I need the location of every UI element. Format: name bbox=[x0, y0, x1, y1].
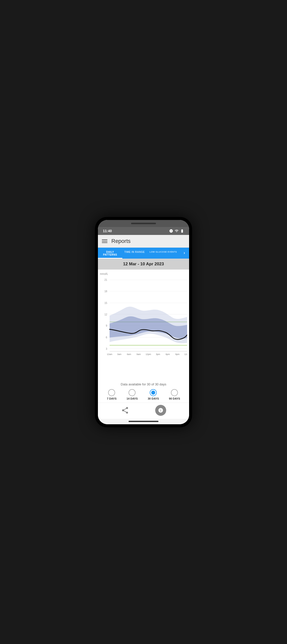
svg-text:12am: 12am bbox=[184, 353, 187, 355]
bottom-action-bar bbox=[98, 402, 189, 419]
svg-text:6: 6 bbox=[106, 336, 108, 338]
svg-text:12am: 12am bbox=[107, 353, 112, 355]
home-bar bbox=[128, 421, 158, 422]
svg-text:21: 21 bbox=[104, 278, 107, 281]
tab-bar: DAILY PATTERNS TIME IN RANGE LOW GLUCOSE… bbox=[98, 248, 189, 258]
svg-text:9pm: 9pm bbox=[176, 353, 180, 355]
svg-text:12: 12 bbox=[104, 313, 107, 316]
date-header: 12 Mar - 10 Apr 2023 bbox=[98, 258, 189, 270]
status-bar: 11:40 bbox=[98, 227, 189, 235]
tab-time-in-range[interactable]: TIME IN RANGE bbox=[122, 248, 147, 258]
period-90days-label: 90 DAYS bbox=[169, 397, 180, 400]
hamburger-menu-button[interactable] bbox=[102, 240, 108, 243]
tab-low-glucose[interactable]: LOW GLUCOSE EVENTS bbox=[147, 248, 180, 258]
svg-text:6pm: 6pm bbox=[166, 353, 170, 355]
period-30days-label: 30 DAYS bbox=[148, 397, 159, 400]
period-30days[interactable]: 30 DAYS bbox=[148, 389, 159, 400]
chart-area: 21 18 15 12 9 6 3 bbox=[100, 274, 187, 359]
glucose-chart: 21 18 15 12 9 6 3 bbox=[100, 274, 187, 359]
phone-screen: 11:40 Rep bbox=[98, 220, 189, 424]
tab-daily-patterns[interactable]: DAILY PATTERNS bbox=[98, 248, 122, 258]
data-available-text: Data available for 30 of 30 days bbox=[98, 380, 189, 388]
status-icons bbox=[169, 229, 184, 233]
svg-text:6am: 6am bbox=[127, 353, 131, 355]
date-range: 12 Mar - 10 Apr 2023 bbox=[123, 262, 164, 266]
svg-text:3: 3 bbox=[106, 347, 108, 350]
period-90days-circle bbox=[171, 389, 178, 396]
period-selector: 7 DAYS 14 DAYS 30 DAYS 90 DAYS bbox=[98, 388, 189, 402]
share-icon bbox=[121, 406, 129, 414]
app-title: Reports bbox=[111, 238, 130, 244]
home-indicator bbox=[98, 419, 189, 424]
period-14days-label: 14 DAYS bbox=[126, 397, 138, 400]
notch-bar bbox=[98, 220, 189, 227]
svg-text:3pm: 3pm bbox=[156, 353, 160, 355]
info-icon bbox=[158, 408, 164, 413]
share-button[interactable] bbox=[121, 406, 129, 414]
do-not-disturb-icon bbox=[169, 229, 173, 233]
svg-text:3am: 3am bbox=[117, 353, 121, 355]
period-7days-label: 7 DAYS bbox=[107, 397, 116, 400]
wifi-icon bbox=[175, 229, 179, 233]
period-90days[interactable]: 90 DAYS bbox=[169, 389, 180, 400]
notch bbox=[131, 223, 156, 224]
info-button[interactable] bbox=[155, 405, 166, 416]
period-7days-circle bbox=[108, 389, 115, 396]
chart-container: mmol/L 21 18 bbox=[98, 270, 189, 380]
period-14days[interactable]: 14 DAYS bbox=[126, 389, 138, 400]
period-14days-circle bbox=[128, 389, 136, 396]
status-time: 11:40 bbox=[103, 229, 112, 233]
tab-overflow[interactable]: › bbox=[180, 248, 189, 258]
svg-text:9: 9 bbox=[106, 324, 108, 327]
app-header: Reports bbox=[98, 235, 189, 248]
phone-frame: 11:40 Rep bbox=[95, 217, 192, 427]
svg-text:9am: 9am bbox=[136, 353, 141, 355]
period-30days-circle bbox=[150, 389, 157, 396]
svg-text:15: 15 bbox=[104, 302, 107, 304]
battery-icon bbox=[180, 229, 184, 233]
svg-text:18: 18 bbox=[104, 290, 107, 292]
period-7days[interactable]: 7 DAYS bbox=[107, 389, 116, 400]
svg-text:12pm: 12pm bbox=[146, 353, 151, 355]
